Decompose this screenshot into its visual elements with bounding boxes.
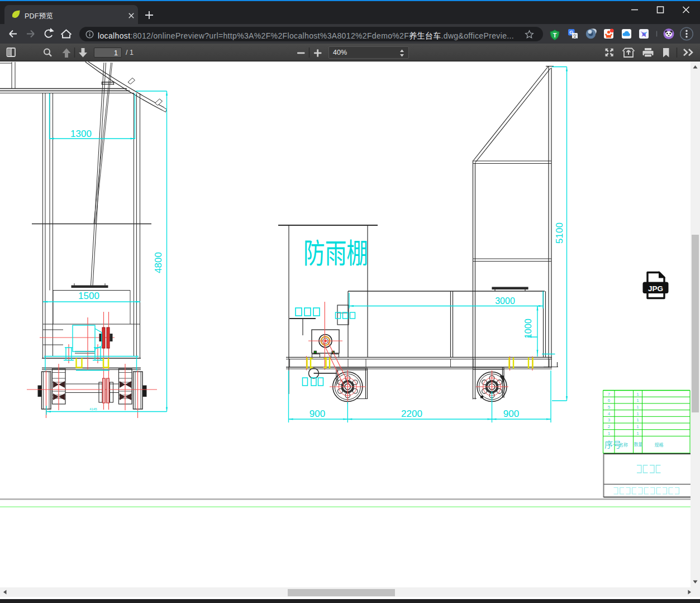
svg-text:1: 1: [636, 424, 639, 429]
svg-text:2: 2: [608, 424, 611, 429]
svg-text:文: 文: [573, 34, 578, 39]
svg-text:JPG: JPG: [648, 284, 663, 293]
svg-text:防雨棚: 防雨棚: [303, 231, 368, 271]
svg-text:1300: 1300: [70, 129, 92, 139]
svg-text:3000: 3000: [495, 296, 515, 306]
svg-text:1500: 1500: [78, 291, 99, 301]
svg-text:4800: 4800: [153, 252, 164, 273]
svg-text:3: 3: [608, 417, 611, 422]
svg-text:5: 5: [608, 405, 611, 410]
svg-text:1: 1: [636, 392, 639, 397]
svg-text:4145: 4145: [89, 407, 97, 411]
svg-text:1: 1: [636, 405, 639, 410]
svg-text:1: 1: [636, 431, 639, 436]
svg-text:规格: 规格: [655, 441, 664, 448]
svg-text:5100: 5100: [554, 222, 565, 244]
svg-text:1: 1: [636, 411, 639, 416]
svg-text:T: T: [553, 32, 557, 39]
svg-text:1000: 1000: [523, 319, 533, 339]
svg-text:1: 1: [608, 431, 611, 436]
svg-text:4: 4: [608, 411, 611, 416]
svg-text:名称: 名称: [619, 441, 628, 448]
svg-text:6: 6: [608, 398, 611, 403]
svg-text:1: 1: [636, 398, 639, 403]
svg-text:1: 1: [636, 417, 639, 422]
svg-text:数量: 数量: [634, 441, 643, 447]
svg-text:900: 900: [309, 409, 325, 419]
svg-text:7: 7: [608, 392, 611, 397]
svg-text:2200: 2200: [401, 409, 422, 419]
svg-text:900: 900: [503, 409, 519, 419]
